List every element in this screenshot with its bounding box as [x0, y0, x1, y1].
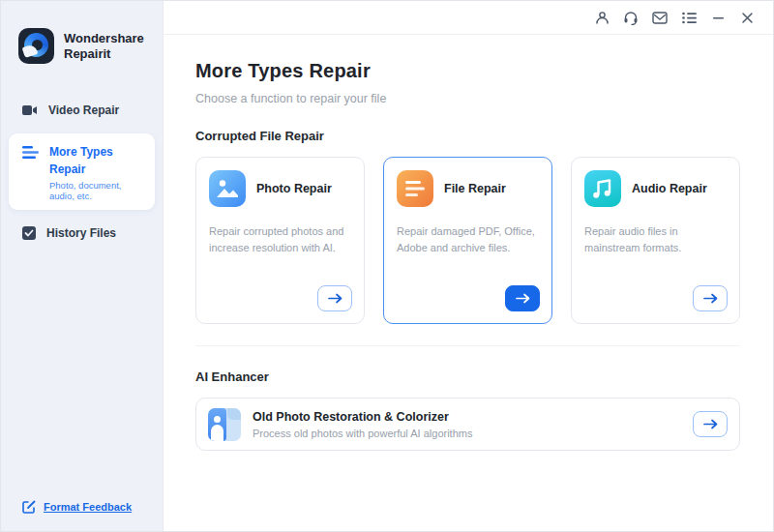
app-logo: Wondershare Repairit	[1, 1, 163, 64]
main-content: More Types Repair Choose a function to r…	[164, 35, 773, 451]
user-icon[interactable]	[587, 1, 616, 35]
sidebar-item-label: More Types Repair	[49, 145, 113, 176]
headset-icon[interactable]	[616, 1, 645, 35]
titlebar	[164, 1, 773, 35]
format-feedback-label: Format Feedback	[44, 501, 132, 513]
sidebar-nav: Video Repair More Types Repair Photo, do…	[1, 93, 163, 251]
app-window: Wondershare Repairit Video Repair More T…	[0, 0, 774, 532]
arrow-right-icon	[703, 419, 718, 429]
file-tile-icon	[397, 170, 433, 207]
arrow-right-icon	[516, 293, 530, 304]
repairit-logo-icon	[18, 28, 54, 64]
sidebar-item-label: Video Repair	[48, 103, 119, 117]
section-heading-ai-enhancer: AI Enhancer	[195, 369, 740, 384]
card-title: Audio Repair	[632, 182, 707, 195]
app-title: Wondershare Repairit	[64, 31, 144, 61]
sidebar-item-history-files[interactable]: History Files	[1, 216, 163, 251]
sidebar: Wondershare Repairit Video Repair More T…	[1, 1, 164, 531]
card-description: Repair corrupted photos and increase res…	[209, 223, 351, 256]
page-title: More Types Repair	[195, 60, 740, 82]
list-icon[interactable]	[674, 1, 703, 35]
photo-repair-go-button[interactable]	[317, 285, 352, 311]
edit-feedback-icon	[22, 500, 36, 514]
format-feedback-link[interactable]: Format Feedback	[22, 500, 132, 514]
audio-tile-icon	[584, 170, 621, 207]
card-description: Repair damaged PDF, Office, Adobe and ar…	[397, 223, 539, 256]
document-check-icon	[22, 226, 36, 240]
card-audio-repair[interactable]: Audio Repair Repair audio files in mains…	[571, 157, 740, 324]
list-lines-icon	[22, 146, 39, 160]
old-photo-tile-icon	[208, 408, 241, 441]
main-panel: More Types Repair Choose a function to r…	[164, 1, 773, 531]
card-description: Process old photos with powerful AI algo…	[253, 428, 472, 439]
sidebar-item-more-types-repair[interactable]: More Types Repair Photo, document, audio…	[9, 133, 155, 210]
card-file-repair[interactable]: File Repair Repair damaged PDF, Office, …	[383, 157, 552, 324]
arrow-right-icon	[328, 293, 342, 304]
sidebar-item-label: History Files	[46, 226, 116, 240]
sidebar-item-video-repair[interactable]: Video Repair	[1, 93, 163, 128]
section-divider	[195, 345, 740, 346]
file-repair-go-button[interactable]	[505, 285, 540, 311]
minimize-icon[interactable]	[703, 1, 732, 35]
card-photo-repair[interactable]: Photo Repair Repair corrupted photos and…	[195, 157, 365, 324]
mail-icon[interactable]	[645, 1, 674, 35]
close-icon[interactable]	[732, 1, 761, 35]
card-title: Photo Repair	[256, 182, 332, 195]
arrow-right-icon	[703, 293, 718, 304]
page-subtitle: Choose a function to repair your file	[195, 92, 740, 105]
section-heading-corrupted-file-repair: Corrupted File Repair	[195, 129, 740, 143]
photo-tile-icon	[209, 170, 246, 207]
card-description: Repair audio files in mainstream formats…	[584, 223, 727, 256]
old-photo-go-button[interactable]	[693, 411, 728, 437]
repair-cards-row: Photo Repair Repair corrupted photos and…	[195, 157, 740, 324]
card-title: File Repair	[444, 182, 506, 195]
video-camera-icon	[22, 103, 38, 117]
sidebar-item-sublabel: Photo, document, audio, etc.	[49, 180, 145, 201]
audio-repair-go-button[interactable]	[693, 285, 728, 311]
card-old-photo-restoration[interactable]: Old Photo Restoration & Colorizer Proces…	[195, 398, 740, 451]
card-title: Old Photo Restoration & Colorizer	[253, 410, 472, 424]
